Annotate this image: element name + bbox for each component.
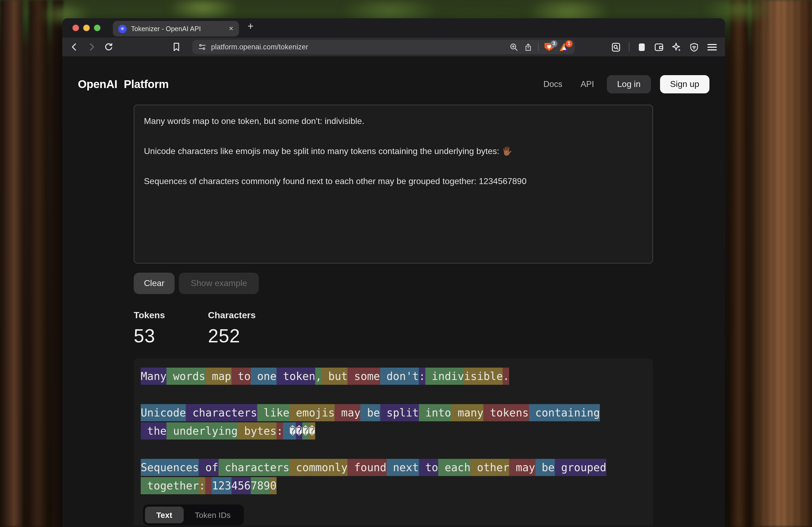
token: characters <box>186 404 257 421</box>
clear-button[interactable]: Clear <box>134 273 175 294</box>
characters-value: 252 <box>208 325 256 347</box>
signup-button[interactable]: Sign up <box>660 75 709 93</box>
address-bar-actions: 3 1 <box>510 43 569 51</box>
minimize-window-button[interactable] <box>83 25 90 31</box>
token-row: Unicode characters like emojis may be sp… <box>141 404 646 422</box>
shields-badge: 3 <box>550 40 557 47</box>
login-button[interactable]: Log in <box>607 75 651 93</box>
zoom-in-icon[interactable] <box>510 43 518 51</box>
tokens-label: Tokens <box>134 310 165 321</box>
brave-rewards-icon[interactable]: 1 <box>560 43 569 51</box>
leo-ai-icon[interactable] <box>672 42 682 52</box>
address-bar[interactable]: platform.openai.com/tokenizer <box>192 40 575 54</box>
token: 789 <box>250 477 270 494</box>
token: 123 <box>212 477 231 494</box>
tokens-value: 53 <box>134 325 165 347</box>
share-icon[interactable] <box>524 43 532 51</box>
token: other <box>470 459 509 476</box>
token: underlying <box>166 422 238 439</box>
token-row: Sequences of characters commonly found n… <box>141 458 646 477</box>
new-tab-button[interactable]: + <box>248 20 253 32</box>
site-logo[interactable]: OpenAI Platform <box>78 78 169 91</box>
token-stats: Tokens 53 Characters 252 <box>134 310 653 347</box>
token: map <box>205 367 231 385</box>
token: to <box>231 367 250 385</box>
token-row: together: 1234567890 <box>141 477 646 495</box>
token: isible <box>464 367 503 385</box>
token: Unicode <box>141 404 186 421</box>
characters-stat: Characters 252 <box>208 310 256 347</box>
token: split <box>380 404 419 421</box>
token: grouped <box>554 459 606 476</box>
token: token <box>277 367 316 385</box>
tokens-stat: Tokens 53 <box>134 310 165 347</box>
token: . <box>503 367 509 385</box>
token: one <box>250 367 276 385</box>
token: : <box>419 367 425 385</box>
divider <box>538 43 539 51</box>
token: some <box>348 367 380 385</box>
tokenizer-content: Many words map to one token, but some do… <box>134 105 653 525</box>
menu-icon[interactable] <box>707 42 717 52</box>
token: don't <box>380 367 419 385</box>
brand-product: Platform <box>124 78 169 91</box>
token: � <box>296 422 302 439</box>
site-settings-icon[interactable] <box>198 43 206 51</box>
sidebar-icon[interactable] <box>637 42 646 52</box>
token <box>205 477 212 494</box>
token: found <box>348 459 387 476</box>
token-row <box>141 440 646 458</box>
token: , <box>315 367 322 385</box>
token: 456 <box>231 477 250 494</box>
token: together <box>141 477 199 494</box>
brand-name: OpenAI <box>78 78 117 91</box>
token: emojis <box>289 404 335 421</box>
forward-icon[interactable] <box>87 42 96 51</box>
token: may <box>335 404 361 421</box>
rewards-badge: 1 <box>566 40 572 47</box>
url-text: platform.openai.com/tokenizer <box>211 43 308 51</box>
token: : <box>199 477 205 494</box>
tab-title: Tokenizer - OpenAI API <box>131 25 224 32</box>
tab-token-ids[interactable]: Token IDs <box>184 507 242 523</box>
token: next <box>387 459 419 476</box>
tab-text[interactable]: Text <box>145 507 184 523</box>
browser-tab[interactable]: ✳ Tokenizer - OpenAI API ✕ <box>113 21 239 36</box>
token-row: Many words map to one token, but some do… <box>141 367 646 385</box>
reload-icon[interactable] <box>104 42 113 51</box>
token: indiv <box>425 367 464 385</box>
browser-tab-bar: ✳ Tokenizer - OpenAI API ✕ + <box>62 18 725 37</box>
vpn-shield-icon[interactable] <box>690 42 699 52</box>
brave-shields-icon[interactable]: 3 <box>545 43 554 51</box>
token: Many <box>141 367 166 385</box>
token: � <box>283 422 296 439</box>
show-example-button[interactable]: Show example <box>179 273 259 294</box>
tab-close-icon[interactable]: ✕ <box>229 25 234 32</box>
desktop: ✳ Tokenizer - OpenAI API ✕ + <box>0 0 812 527</box>
search-tabs-icon[interactable] <box>611 42 621 52</box>
token: be <box>535 459 554 476</box>
token: each <box>438 459 470 476</box>
token: the <box>141 422 166 439</box>
token: words <box>166 367 205 385</box>
window-controls <box>73 25 100 31</box>
token: to <box>419 459 438 476</box>
token: like <box>257 404 289 421</box>
tokenizer-input[interactable]: Many words map to one token, but some do… <box>134 105 653 264</box>
token: may <box>509 459 535 476</box>
back-icon[interactable] <box>70 42 79 51</box>
divider <box>629 42 629 51</box>
site-header: OpenAI Platform Docs API Log in Sign up <box>62 56 725 105</box>
close-window-button[interactable] <box>73 25 79 31</box>
fullscreen-window-button[interactable] <box>94 25 100 31</box>
nav-api-link[interactable]: API <box>581 79 594 89</box>
nav-buttons <box>70 42 113 51</box>
toolbar-right-icons <box>611 42 717 52</box>
wallet-icon[interactable] <box>654 42 664 52</box>
nav-docs-link[interactable]: Docs <box>543 79 563 89</box>
token: Sequences <box>141 459 199 476</box>
token: bytes <box>238 422 277 439</box>
token-visualization: Many words map to one token, but some do… <box>134 359 653 525</box>
page-content: OpenAI Platform Docs API Log in Sign up … <box>62 56 725 527</box>
bookmark-icon[interactable] <box>172 42 180 51</box>
